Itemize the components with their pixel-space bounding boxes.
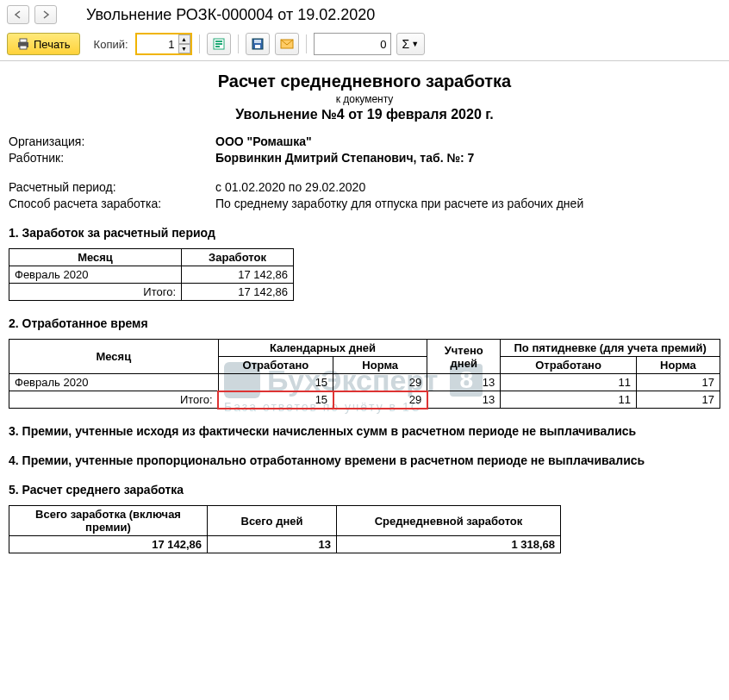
svg-rect-5: [215, 43, 222, 45]
table-row: 17 142,86 13 1 318,68: [9, 536, 561, 553]
col-worked: Отработано: [501, 357, 637, 374]
sum-button[interactable]: Σ ▼: [396, 33, 426, 55]
section3-heading: 3. Премии, учтенные исходя из фактически…: [9, 424, 720, 438]
col-earnings: Заработок: [182, 249, 294, 266]
col-worked: Отработано: [218, 357, 333, 374]
employee-label: Работник:: [9, 151, 215, 165]
envelope-icon: [280, 39, 294, 49]
svg-rect-1: [20, 39, 27, 42]
arrow-right-icon: [41, 10, 50, 19]
col-total-earnings: Всего заработка (включая премии): [9, 506, 208, 536]
copies-up-button[interactable]: ▲: [178, 34, 190, 44]
separator: [306, 34, 307, 53]
employee-value: Борвинкин Дмитрий Степанович, таб. №: 7: [215, 151, 720, 165]
svg-rect-9: [255, 45, 260, 48]
col-counted: Учтено дней: [427, 340, 501, 374]
preview-button[interactable]: [207, 33, 231, 55]
report-doc-line: Увольнение №4 от 19 февраля 2020 г.: [9, 107, 720, 122]
col-norm: Норма: [636, 357, 720, 374]
separator: [238, 34, 239, 53]
org-value: ООО "Ромашка": [215, 134, 720, 148]
sigma-icon: Σ: [402, 37, 410, 51]
section2-heading: 2. Отработанное время: [9, 316, 720, 330]
document-title: Увольнение РОЗК-000004 от 19.02.2020: [86, 6, 375, 24]
copies-spinner[interactable]: ▲ ▼: [135, 33, 192, 55]
printer-icon: [16, 38, 30, 50]
average-calc-table: Всего заработка (включая премии) Всего д…: [9, 505, 561, 553]
col-norm: Норма: [333, 357, 427, 374]
method-label: Способ расчета заработка:: [9, 197, 215, 210]
col-avg-daily: Среднедневной заработок: [337, 506, 561, 536]
print-label: Печать: [34, 38, 71, 51]
section5-heading: 5. Расчет среднего заработка: [9, 483, 720, 497]
table-row: Февраль 2020 15 29 13 11 17: [9, 374, 720, 391]
svg-rect-4: [215, 41, 222, 42]
back-button[interactable]: [7, 5, 29, 24]
svg-rect-2: [20, 46, 27, 49]
email-button[interactable]: [275, 33, 299, 55]
forward-button[interactable]: [34, 5, 57, 24]
report-title: Расчет среднедневного заработка: [9, 72, 720, 91]
svg-rect-6: [215, 46, 220, 47]
col-fiveday: По пятидневке (для учета премий): [501, 340, 720, 357]
save-button[interactable]: [246, 33, 270, 55]
report-subtitle: к документу: [9, 93, 720, 105]
report-body: Расчет среднедневного заработка к докуме…: [0, 61, 729, 571]
numeric-input[interactable]: [314, 33, 391, 55]
col-calendar-days: Календарных дней: [218, 340, 427, 357]
separator: [199, 34, 200, 53]
preview-icon: [212, 37, 226, 51]
table-total-row: Итого: 15 29 13 11 17: [9, 391, 720, 409]
svg-rect-8: [254, 40, 261, 43]
period-value: с 01.02.2020 по 29.02.2020: [215, 180, 720, 194]
arrow-left-icon: [14, 10, 22, 19]
table-row: Февраль 2020 17 142,86: [9, 266, 294, 284]
org-label: Организация:: [9, 134, 215, 148]
copies-input[interactable]: [137, 34, 178, 53]
table-total-row: Итого: 17 142,86: [9, 284, 294, 301]
copies-down-button[interactable]: ▼: [178, 44, 190, 53]
worked-time-table: Месяц Календарных дней Учтено дней По пя…: [9, 339, 720, 409]
col-month: Месяц: [9, 340, 219, 374]
dropdown-icon: ▼: [411, 40, 419, 48]
floppy-icon: [251, 37, 265, 51]
section1-heading: 1. Заработок за расчетный период: [9, 226, 720, 240]
section4-heading: 4. Премии, учтенные пропорционально отра…: [9, 453, 720, 467]
earnings-table: Месяц Заработок Февраль 2020 17 142,86 И…: [9, 248, 294, 301]
method-value: По среднему заработку для отпуска при ра…: [215, 197, 720, 210]
print-button[interactable]: Печать: [7, 33, 80, 55]
col-total-days: Всего дней: [208, 506, 337, 536]
col-month: Месяц: [9, 249, 182, 266]
copies-label: Копий:: [94, 38, 128, 51]
period-label: Расчетный период:: [9, 180, 215, 194]
